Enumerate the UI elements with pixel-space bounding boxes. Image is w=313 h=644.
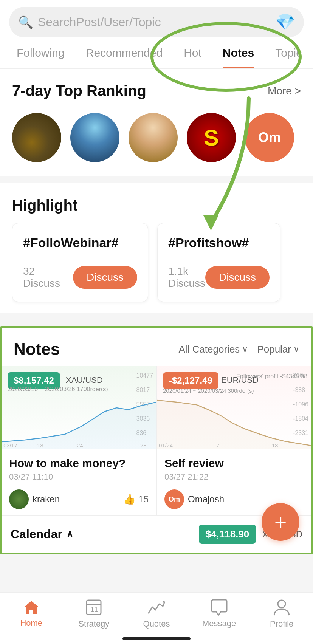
section-divider-1 <box>0 176 313 183</box>
tab-following[interactable]: Following <box>6 37 75 68</box>
chevron-categories-icon: ∨ <box>242 344 248 354</box>
calendar-chevron-icon: ∧ <box>66 528 73 540</box>
svg-text:7: 7 <box>216 443 219 449</box>
strategy-icon: 11 <box>85 599 102 616</box>
profile-icon <box>273 599 290 616</box>
svg-text:18: 18 <box>272 443 278 449</box>
author-avatar-2: Om <box>164 489 184 509</box>
note-price-2: -$2,127.49 <box>163 372 218 389</box>
notes-section-inner: Notes All Categories ∨ Popular ∨ <box>2 328 311 553</box>
filter-categories[interactable]: All Categories ∨ <box>179 344 248 355</box>
note-chart-2: -$2,127.49 EUR/USD Followers' profit -$4… <box>157 366 311 449</box>
message-icon <box>210 599 228 616</box>
highlight-card-1-title: #FolloWebinar# <box>23 235 137 250</box>
highlight-card-2-title: #Profitshow# <box>168 235 270 250</box>
svg-text:24: 24 <box>77 443 83 449</box>
ranking-header: 7-day Top Ranking More > <box>0 69 313 107</box>
home-indicator <box>122 637 191 640</box>
discuss-count-2: 1.1k Discuss <box>168 265 205 289</box>
calendar-price-badge: $4,118.90 <box>199 525 256 544</box>
note-pair-1: XAU/USD <box>66 375 103 385</box>
svg-text:01/24: 01/24 <box>159 443 173 449</box>
nav-profile-label: Profile <box>270 619 293 629</box>
notes-section-title: Notes <box>14 340 60 359</box>
search-input-wrap[interactable]: 🔍 SearchPost/User/Topic 💎 <box>9 7 304 37</box>
note-card-date-2: 03/27 21:22 <box>164 472 304 482</box>
thumb-icon-1: 👍 <box>123 494 135 505</box>
svg-text:11: 11 <box>90 606 98 614</box>
calendar-label[interactable]: Calendar ∧ <box>11 527 73 541</box>
discuss-button-2[interactable]: Discuss <box>205 266 270 289</box>
chart-svg-1: 03/17 18 24 28 <box>2 389 156 449</box>
svg-marker-6 <box>157 400 311 449</box>
author-name-1: kraken <box>33 494 60 505</box>
highlight-card-2-footer: 1.1k Discuss Discuss <box>168 265 270 289</box>
note-card-1[interactable]: $8,157.42 XAU/USD 2020/03/10 ~ 2020/03/2… <box>2 366 156 515</box>
nav-home-label: Home <box>20 618 42 628</box>
note-body-1: How to make money? 03/27 11:10 kraken 👍 … <box>2 449 156 515</box>
fab-add-button[interactable]: + <box>262 503 299 541</box>
tab-recommended[interactable]: Recommended <box>75 37 173 68</box>
note-card-title-2: Self review <box>164 457 304 470</box>
highlight-cards: #FolloWebinar# 32 Discuss Discuss #Profi… <box>12 223 301 305</box>
discuss-button-1[interactable]: Discuss <box>73 266 137 289</box>
note-card-2[interactable]: -$2,127.49 EUR/USD Followers' profit -$4… <box>157 366 311 515</box>
author-avatar-1 <box>9 489 29 509</box>
author-name-2: Omajosh <box>188 494 224 505</box>
ranking-title: 7-day Top Ranking <box>12 82 146 99</box>
home-icon <box>23 599 40 615</box>
superman-icon: S <box>204 125 219 151</box>
highlight-card-1-footer: 32 Discuss Discuss <box>23 265 137 289</box>
avatar-2[interactable] <box>70 113 119 162</box>
notes-grid: $8,157.42 XAU/USD 2020/03/10 ~ 2020/03/2… <box>2 366 311 515</box>
avatar-3[interactable] <box>129 113 178 162</box>
note-card-footer-1: kraken 👍 15 <box>9 489 149 509</box>
notes-section: Notes All Categories ∨ Popular ∨ <box>0 326 313 554</box>
search-icon: 🔍 <box>18 15 33 29</box>
nav-profile[interactable]: Profile <box>259 599 304 629</box>
note-chart-1: $8,157.42 XAU/USD 2020/03/10 ~ 2020/03/2… <box>2 366 156 449</box>
notes-filters: All Categories ∨ Popular ∨ <box>179 344 299 355</box>
highlight-title: Highlight <box>12 197 301 214</box>
nav-message-label: Message <box>202 619 236 629</box>
tab-hot[interactable]: Hot <box>173 37 212 68</box>
diamond-icon[interactable]: 💎 <box>275 13 295 31</box>
svg-text:28: 28 <box>140 443 146 449</box>
highlight-section: Highlight #FolloWebinar# 32 Discuss Disc… <box>0 183 313 313</box>
section-divider-2 <box>0 313 313 320</box>
quotes-icon <box>147 599 166 616</box>
avatar-4[interactable]: S <box>187 113 236 162</box>
tab-notes[interactable]: Notes <box>212 37 265 68</box>
chevron-popular-icon: ∨ <box>293 344 299 354</box>
highlight-card-2: #Profitshow# 1.1k Discuss Discuss <box>157 223 280 302</box>
nav-quotes[interactable]: Quotes <box>134 599 179 629</box>
bottom-navigation: Home 11 Strategy Quotes Message Profile <box>0 592 313 644</box>
svg-point-14 <box>278 600 285 608</box>
notes-header: Notes All Categories ∨ Popular ∨ <box>2 328 311 366</box>
main-content: 7-day Top Ranking More > S Om Highlight … <box>0 69 313 554</box>
nav-home[interactable]: Home <box>9 599 54 628</box>
discuss-count-1: 32 Discuss <box>23 265 73 289</box>
note-card-date-1: 03/27 11:10 <box>9 472 149 482</box>
avatars-row: S Om <box>0 107 313 176</box>
nav-strategy[interactable]: 11 Strategy <box>71 599 116 629</box>
like-count-1: 👍 15 <box>123 494 149 505</box>
svg-text:18: 18 <box>37 443 43 449</box>
avatar-5[interactable]: Om <box>245 113 294 162</box>
search-input[interactable]: SearchPost/User/Topic <box>38 15 161 29</box>
note-author-1: kraken <box>9 489 60 509</box>
ranking-more-link[interactable]: More > <box>268 85 301 97</box>
nav-quotes-label: Quotes <box>143 619 170 629</box>
search-bar: 🔍 SearchPost/User/Topic 💎 <box>0 0 313 37</box>
filter-popular[interactable]: Popular ∨ <box>257 344 299 355</box>
tab-navigation: Following Recommended Hot Notes Topic <box>0 37 313 69</box>
avatar-1[interactable] <box>12 113 61 162</box>
chart-svg-2: 01/24 7 18 <box>157 389 311 449</box>
nav-message[interactable]: Message <box>197 599 242 629</box>
svg-text:03/17: 03/17 <box>3 443 17 449</box>
tab-topic[interactable]: Topic <box>265 37 312 68</box>
svg-marker-1 <box>2 402 156 449</box>
note-card-title-1: How to make money? <box>9 457 149 470</box>
highlight-card-1: #FolloWebinar# 32 Discuss Discuss <box>12 223 148 302</box>
nav-strategy-label: Strategy <box>78 619 109 629</box>
